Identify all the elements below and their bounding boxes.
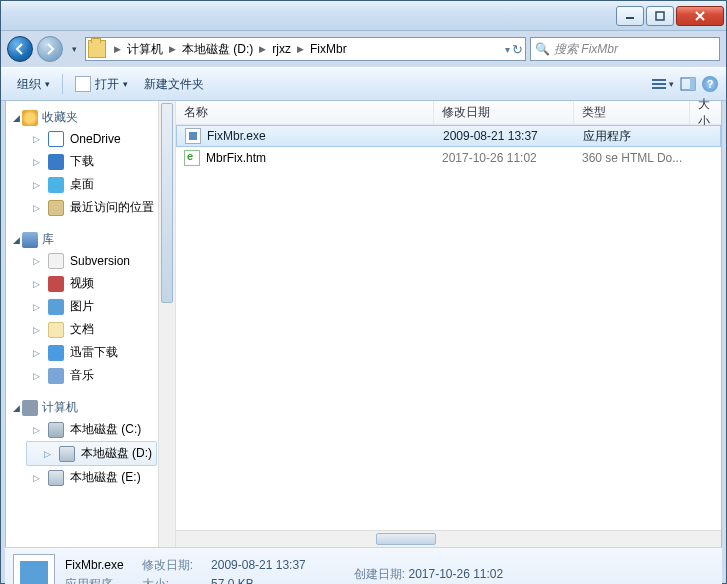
file-large-icon (13, 554, 55, 585)
collapse-icon[interactable]: ◢ (10, 235, 22, 245)
svg-rect-2 (652, 79, 666, 81)
svg-rect-6 (690, 78, 695, 90)
view-options-button[interactable]: ▾ (651, 77, 674, 91)
expand-icon[interactable]: ▷ (30, 473, 42, 483)
content-area: ◢ 收藏夹 ▷OneDrive▷下载▷桌面▷最近访问的位置 ◢ 库 ▷Subve… (5, 101, 722, 547)
nav-item-label: OneDrive (70, 132, 121, 146)
horizontal-scrollbar[interactable] (176, 530, 721, 547)
computer-icon (22, 400, 38, 416)
search-placeholder: 搜索 FixMbr (554, 41, 618, 58)
chevron-down-icon[interactable]: ▾ (505, 44, 510, 55)
drvd-icon (48, 470, 64, 486)
nav-group-favorites[interactable]: ◢ 收藏夹 (6, 107, 175, 128)
scrollbar-thumb[interactable] (161, 103, 173, 303)
details-pane: FixMbr.exe 修改日期: 2009-08-21 13:37 应用程序 大… (5, 547, 722, 584)
file-name: FixMbr.exe (207, 129, 266, 143)
nav-item[interactable]: ▷视频 (6, 272, 175, 295)
svg-rect-1 (656, 12, 664, 20)
status-modified-label: 修改日期: (142, 557, 193, 574)
collapse-icon[interactable]: ◢ (10, 113, 22, 123)
column-headers[interactable]: 名称 修改日期 类型 大小 (176, 101, 721, 125)
nav-group-libraries[interactable]: ◢ 库 (6, 229, 175, 250)
nav-item[interactable]: ▷Subversion (6, 250, 175, 272)
nav-item[interactable]: ▷下载 (6, 150, 175, 173)
collapse-icon[interactable]: ◢ (10, 403, 22, 413)
preview-pane-button[interactable] (680, 77, 696, 91)
nav-item-label: 图片 (70, 298, 94, 315)
expand-icon[interactable]: ▷ (30, 256, 42, 266)
status-modified-value: 2009-08-21 13:37 (211, 558, 306, 572)
command-bar: 组织 ▾ 打开 ▾ 新建文件夹 ▾ ? (1, 67, 726, 101)
expand-icon[interactable]: ▷ (43, 449, 53, 459)
expand-icon[interactable]: ▷ (30, 279, 42, 289)
expand-icon[interactable]: ▷ (30, 348, 42, 358)
nav-group-computer[interactable]: ◢ 计算机 (6, 397, 175, 418)
expand-icon[interactable]: ▷ (30, 180, 42, 190)
scrollbar-thumb[interactable] (376, 533, 436, 545)
close-button[interactable] (676, 6, 724, 26)
nav-item[interactable]: ▷本地磁盘 (E:) (6, 466, 175, 489)
breadcrumb-item[interactable]: rjxz (270, 42, 293, 56)
explorer-window: ▾ ▶ 计算机 ▶ 本地磁盘 (D:) ▶ rjxz ▶ FixMbr ▾ ↻ … (0, 0, 727, 584)
title-bar[interactable] (1, 1, 726, 31)
address-bar[interactable]: ▶ 计算机 ▶ 本地磁盘 (D:) ▶ rjxz ▶ FixMbr ▾ ↻ (85, 37, 526, 61)
breadcrumb-item[interactable]: FixMbr (308, 42, 349, 56)
organize-button[interactable]: 组织 ▾ (9, 73, 58, 96)
expand-icon[interactable]: ▷ (30, 157, 42, 167)
nav-item[interactable]: ▷文档 (6, 318, 175, 341)
nav-item-label: 本地磁盘 (E:) (70, 469, 141, 486)
expand-icon[interactable]: ▷ (30, 134, 42, 144)
nav-item[interactable]: ▷音乐 (6, 364, 175, 387)
navigation-pane[interactable]: ◢ 收藏夹 ▷OneDrive▷下载▷桌面▷最近访问的位置 ◢ 库 ▷Subve… (6, 101, 176, 547)
forward-button[interactable] (37, 36, 63, 62)
expand-icon[interactable]: ▷ (30, 203, 42, 213)
file-type: 应用程序 (575, 126, 691, 146)
xl-icon (48, 345, 64, 361)
file-row[interactable]: FixMbr.exe2009-08-21 13:37应用程序 (176, 125, 721, 147)
nav-item[interactable]: ▷最近访问的位置 (6, 196, 175, 219)
file-row[interactable]: MbrFix.htm2017-10-26 11:02360 se HTML Do… (176, 147, 721, 169)
nav-item[interactable]: ▷本地磁盘 (C:) (6, 418, 175, 441)
nav-item-label: 文档 (70, 321, 94, 338)
minimize-button[interactable] (616, 6, 644, 26)
column-size[interactable]: 大小 (690, 101, 721, 124)
nav-item[interactable]: ▷迅雷下载 (6, 341, 175, 364)
back-button[interactable] (7, 36, 33, 62)
app-icon (75, 76, 91, 92)
library-icon (22, 232, 38, 248)
search-input[interactable]: 🔍 搜索 FixMbr (530, 37, 720, 61)
column-type[interactable]: 类型 (574, 101, 690, 124)
svg-rect-3 (652, 83, 666, 85)
breadcrumb-item[interactable]: 计算机 (125, 41, 165, 58)
star-icon (22, 110, 38, 126)
expand-icon[interactable]: ▷ (30, 302, 42, 312)
nav-scrollbar[interactable] (158, 101, 175, 547)
nav-item-label: 本地磁盘 (C:) (70, 421, 141, 438)
status-created-label: 创建日期: (354, 567, 405, 581)
nav-item-label: 迅雷下载 (70, 344, 118, 361)
file-rows[interactable]: FixMbr.exe2009-08-21 13:37应用程序MbrFix.htm… (176, 125, 721, 530)
new-folder-button[interactable]: 新建文件夹 (136, 73, 212, 96)
chevron-right-icon: ▶ (165, 44, 180, 54)
breadcrumb-item[interactable]: 本地磁盘 (D:) (180, 41, 255, 58)
expand-icon[interactable]: ▷ (30, 325, 42, 335)
status-size-label: 大小: (142, 576, 193, 585)
nav-item[interactable]: ▷图片 (6, 295, 175, 318)
nav-item[interactable]: ▷本地磁盘 (D:) (26, 441, 157, 466)
status-filename: FixMbr.exe (65, 558, 124, 572)
expand-icon[interactable]: ▷ (30, 425, 42, 435)
recent-icon (48, 200, 64, 216)
desk-icon (48, 177, 64, 193)
refresh-icon[interactable]: ↻ (512, 42, 523, 57)
nav-item-label: 下载 (70, 153, 94, 170)
open-button[interactable]: 打开 ▾ (67, 73, 136, 96)
nav-item-label: 音乐 (70, 367, 94, 384)
maximize-button[interactable] (646, 6, 674, 26)
nav-item[interactable]: ▷OneDrive (6, 128, 175, 150)
help-button[interactable]: ? (702, 76, 718, 92)
column-date[interactable]: 修改日期 (434, 101, 574, 124)
expand-icon[interactable]: ▷ (30, 371, 42, 381)
nav-item[interactable]: ▷桌面 (6, 173, 175, 196)
column-name[interactable]: 名称 (176, 101, 434, 124)
nav-history-dropdown[interactable]: ▾ (67, 39, 81, 59)
